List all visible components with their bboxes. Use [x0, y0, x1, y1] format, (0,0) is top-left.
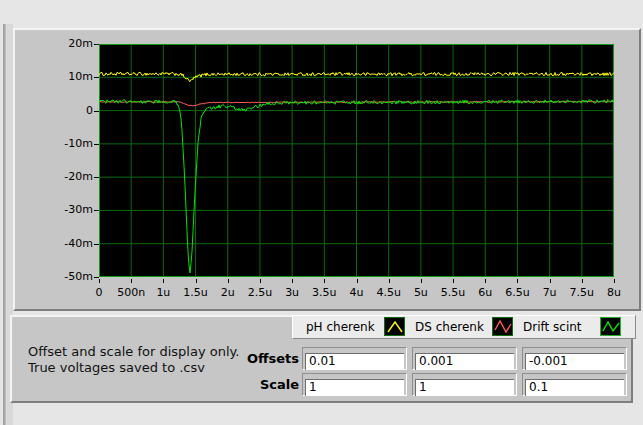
x-tick-mark	[324, 279, 325, 283]
waveform-plot-canvas	[99, 44, 614, 277]
scale-field-ds-cherenk-box	[412, 373, 517, 396]
ph-cherenk-trace-icon[interactable]	[384, 317, 405, 336]
offset-input-drift-scint[interactable]	[525, 353, 624, 370]
x-tick-label: 2u	[210, 286, 246, 299]
scale-input-drift-scint[interactable]	[525, 379, 624, 396]
scale-field-drift-scint-box	[522, 373, 627, 396]
y-tick-label: -30m	[53, 203, 93, 216]
x-tick-label: 1u	[145, 286, 181, 299]
y-tick-label: -20m	[53, 170, 93, 183]
waveform-chart-panel: 20m10m0-10m-20m-30m-40m-50m 0500n1u1.5u2…	[13, 28, 641, 311]
drift-scint-trace-icon[interactable]	[600, 317, 621, 336]
y-tick-mark	[94, 44, 99, 45]
x-tick-mark	[292, 279, 293, 283]
offset-input-ds-cherenk[interactable]	[415, 353, 514, 370]
y-tick-label: 0	[53, 104, 93, 117]
scale-input-ds-cherenk[interactable]	[415, 379, 514, 396]
x-tick-label: 5u	[403, 286, 439, 299]
scale-input-ph-cherenk[interactable]	[305, 379, 404, 396]
x-tick-mark	[99, 279, 100, 283]
plot-legend: pH cherenk DS cherenk Drift scint	[292, 315, 636, 339]
legend-label-ds-cherenk: DS cherenk	[415, 320, 484, 335]
y-tick-label: -40m	[53, 237, 93, 250]
x-tick-label: 5.5u	[435, 286, 471, 299]
offset-field-ph-cherenk-box	[302, 347, 407, 370]
x-tick-label: 1.5u	[178, 286, 214, 299]
x-tick-label: 4u	[339, 286, 375, 299]
x-tick-label: 3u	[274, 286, 310, 299]
legend-label-ph-cherenk: pH cherenk	[306, 320, 375, 335]
x-tick-mark	[131, 279, 132, 283]
x-tick-label: 500n	[113, 286, 149, 299]
offsets-row-label: Offsets	[12, 347, 299, 370]
x-tick-mark	[228, 279, 229, 283]
x-tick-mark	[260, 279, 261, 283]
x-tick-mark	[357, 279, 358, 283]
offset-field-ds-cherenk-box	[412, 347, 517, 370]
x-tick-mark	[421, 279, 422, 283]
x-tick-label: 6u	[467, 286, 503, 299]
x-tick-mark	[196, 279, 197, 283]
x-tick-label: 0	[81, 286, 117, 299]
x-tick-mark	[550, 279, 551, 283]
offset-field-drift-scint-box	[522, 347, 627, 370]
y-tick-mark	[94, 177, 99, 178]
y-tick-mark	[94, 277, 99, 278]
waveform-plot-area	[99, 44, 614, 277]
x-tick-mark	[453, 279, 454, 283]
x-tick-label: 6.5u	[499, 286, 535, 299]
x-tick-mark	[614, 279, 615, 283]
y-tick-mark	[94, 210, 99, 211]
y-tick-mark	[94, 244, 99, 245]
x-tick-mark	[389, 279, 390, 283]
x-tick-label: 3.5u	[306, 286, 342, 299]
x-tick-mark	[485, 279, 486, 283]
y-tick-label: -50m	[53, 270, 93, 283]
y-tick-mark	[94, 144, 99, 145]
y-tick-label: -10m	[53, 137, 93, 150]
x-tick-mark	[163, 279, 164, 283]
y-tick-label: 10m	[53, 70, 93, 83]
scale-field-ph-cherenk-box	[302, 373, 407, 396]
x-tick-label: 2.5u	[242, 286, 278, 299]
scale-row-label: Scale	[12, 373, 299, 396]
y-tick-mark	[94, 111, 99, 112]
legend-label-drift-scint: Drift scint	[523, 320, 582, 335]
x-tick-label: 7.5u	[564, 286, 600, 299]
x-tick-mark	[517, 279, 518, 283]
x-tick-label: 8u	[596, 286, 632, 299]
x-tick-mark	[582, 279, 583, 283]
offset-input-ph-cherenk[interactable]	[305, 353, 404, 370]
x-tick-label: 7u	[532, 286, 568, 299]
y-tick-mark	[94, 77, 99, 78]
ds-cherenk-trace-icon[interactable]	[492, 317, 513, 336]
y-tick-label: 20m	[53, 37, 93, 50]
x-tick-label: 4.5u	[371, 286, 407, 299]
